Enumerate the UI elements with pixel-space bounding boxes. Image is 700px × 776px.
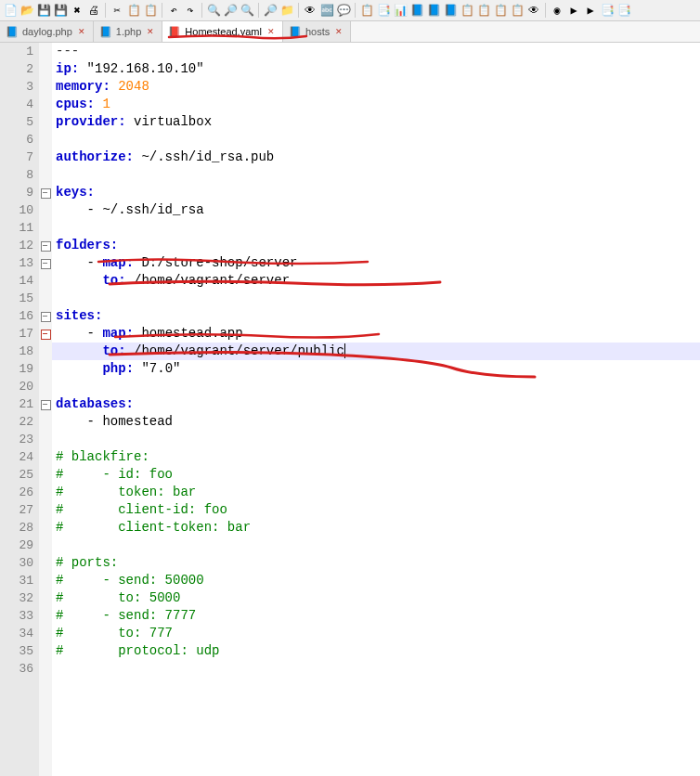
code-line[interactable]: ---: [52, 43, 700, 60]
toolbar-icon[interactable]: 📋: [510, 3, 525, 18]
close-icon[interactable]: ✕: [333, 26, 344, 37]
toolbar-icon[interactable]: 🖨: [86, 3, 101, 18]
code-line[interactable]: [52, 131, 700, 149]
tab-label: Homestead.yaml: [185, 26, 262, 37]
fold-toggle[interactable]: [39, 254, 52, 272]
toolbar-icon[interactable]: ✖: [70, 3, 84, 18]
toolbar-icon[interactable]: 🔤: [319, 3, 334, 18]
code-line[interactable]: php: "7.0": [52, 360, 700, 378]
toolbar-icon[interactable]: 📋: [359, 3, 374, 18]
code-line[interactable]: - map: homestead.app: [52, 325, 700, 343]
fold-toggle[interactable]: [39, 395, 52, 413]
toolbar-icon[interactable]: ▶: [566, 3, 581, 18]
code-line[interactable]: # protocol: udp: [52, 642, 700, 660]
code-line[interactable]: [52, 660, 700, 678]
toolbar-icon[interactable]: 📘: [426, 3, 441, 18]
line-number: 33: [0, 607, 39, 625]
code-line[interactable]: authorize: ~/.ssh/id_rsa.pub: [52, 149, 700, 166]
toolbar-icon[interactable]: 📘: [409, 3, 424, 18]
fold-toggle[interactable]: [39, 184, 52, 201]
code-area[interactable]: ---ip: "192.168.10.10"memory: 2048cpus: …: [52, 43, 700, 776]
code-line[interactable]: # blackfire:: [52, 448, 700, 466]
code-line[interactable]: # token: bar: [52, 484, 700, 501]
fold-toggle[interactable]: [39, 237, 52, 254]
code-line[interactable]: - ~/.ssh/id_rsa: [52, 201, 700, 219]
toolbar: 📄📂💾💾✖🖨✂📋📋↶↷🔍🔎🔍🔎📁👁🔤💬📋📑📊📘📘📘📋📋📋📋👁◉▶▶📑📑: [0, 0, 700, 21]
toolbar-icon[interactable]: 🔎: [223, 3, 238, 18]
fold-toggle[interactable]: [39, 325, 52, 343]
code-line[interactable]: # client-token: bar: [52, 519, 700, 537]
tab-Homestead-yaml[interactable]: 📕Homestead.yaml✕: [162, 21, 283, 42]
code-line[interactable]: memory: 2048: [52, 78, 700, 96]
toolbar-icon[interactable]: 📋: [476, 3, 491, 18]
toolbar-icon[interactable]: 👁: [526, 3, 541, 18]
toolbar-icon[interactable]: ↷: [183, 3, 198, 18]
close-icon[interactable]: ✕: [266, 26, 277, 37]
code-line[interactable]: - homestead: [52, 413, 700, 431]
code-line[interactable]: [52, 219, 700, 237]
code-line[interactable]: [52, 537, 700, 554]
toolbar-icon[interactable]: 📘: [443, 3, 458, 18]
close-icon[interactable]: ✕: [145, 26, 156, 37]
code-line[interactable]: # ports:: [52, 554, 700, 572]
toolbar-icon[interactable]: 💾: [36, 3, 51, 18]
code-line[interactable]: [52, 431, 700, 448]
code-line[interactable]: # - send: 7777: [52, 607, 700, 625]
fold-guide: [39, 607, 52, 625]
fold-guide: [39, 589, 52, 607]
toolbar-icon[interactable]: 📑: [616, 3, 631, 18]
toolbar-icon[interactable]: 📄: [3, 3, 18, 18]
toolbar-icon[interactable]: 📊: [393, 3, 408, 18]
fold-guide: [39, 378, 52, 395]
toolbar-icon[interactable]: ▶: [583, 3, 598, 18]
code-line[interactable]: # - send: 50000: [52, 572, 700, 589]
code-line[interactable]: to: /home/vagrant/server: [52, 272, 700, 290]
code-line[interactable]: provider: virtualbox: [52, 113, 700, 131]
fold-toggle[interactable]: [39, 307, 52, 325]
line-number: 24: [0, 448, 39, 466]
tab-1-php[interactable]: 📘1.php✕: [94, 21, 163, 42]
toolbar-icon[interactable]: 💾: [53, 3, 68, 18]
toolbar-icon[interactable]: 📑: [376, 3, 391, 18]
tab-hosts[interactable]: 📘hosts✕: [283, 21, 351, 42]
line-number: 14: [0, 272, 39, 290]
toolbar-icon[interactable]: 📋: [126, 3, 141, 18]
toolbar-icon[interactable]: 👁: [303, 3, 318, 18]
toolbar-icon[interactable]: ✂: [110, 3, 124, 18]
toolbar-icon[interactable]: 🔎: [263, 3, 278, 18]
code-line[interactable]: folders:: [52, 237, 700, 254]
code-line[interactable]: # to: 777: [52, 625, 700, 642]
code-line[interactable]: to: /home/vagrant/server/public: [52, 343, 700, 360]
code-line[interactable]: sites:: [52, 307, 700, 325]
toolbar-icon[interactable]: 📋: [460, 3, 474, 18]
close-icon[interactable]: ✕: [76, 26, 87, 37]
toolbar-icon[interactable]: 🔍: [206, 3, 221, 18]
toolbar-icon[interactable]: 📋: [143, 3, 158, 18]
line-number: 16: [0, 307, 39, 325]
toolbar-icon[interactable]: 📑: [600, 3, 615, 18]
tab-label: hosts: [305, 26, 330, 37]
toolbar-icon[interactable]: 📂: [19, 3, 34, 18]
fold-guide: [39, 413, 52, 431]
code-line[interactable]: # to: 5000: [52, 589, 700, 607]
toolbar-icon[interactable]: ↶: [166, 3, 181, 18]
code-line[interactable]: [52, 378, 700, 395]
toolbar-icon[interactable]: 🔍: [240, 3, 254, 18]
line-number: 20: [0, 378, 39, 395]
code-line[interactable]: # client-id: foo: [52, 501, 700, 519]
code-line[interactable]: keys:: [52, 184, 700, 201]
code-line[interactable]: - map: D:/store-shop/server: [52, 254, 700, 272]
toolbar-icon[interactable]: 💬: [336, 3, 351, 18]
tab-daylog-php[interactable]: 📘daylog.php✕: [0, 21, 94, 42]
code-line[interactable]: # - id: foo: [52, 466, 700, 484]
code-line[interactable]: [52, 290, 700, 307]
toolbar-icon[interactable]: 📁: [279, 3, 294, 18]
code-line[interactable]: [52, 166, 700, 184]
toolbar-icon[interactable]: 📋: [493, 3, 508, 18]
fold-gutter: [39, 43, 52, 776]
code-line[interactable]: ip: "192.168.10.10": [52, 60, 700, 78]
line-number: 35: [0, 642, 39, 660]
code-line[interactable]: cpus: 1: [52, 96, 700, 113]
toolbar-icon[interactable]: ◉: [550, 3, 564, 18]
code-line[interactable]: databases:: [52, 395, 700, 413]
